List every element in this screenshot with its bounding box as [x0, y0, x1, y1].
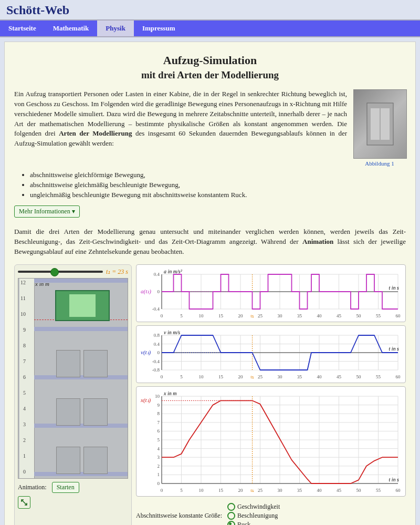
fullscreen-button[interactable] — [18, 496, 30, 509]
nav-physik[interactable]: Physik — [97, 20, 134, 36]
svg-text:10: 10 — [199, 488, 204, 493]
time-slider-thumb[interactable] — [50, 268, 59, 276]
svg-text:20: 20 — [238, 374, 244, 379]
svg-text:t in s: t in s — [389, 477, 400, 482]
svg-text:20: 20 — [238, 488, 244, 493]
svg-text:0: 0 — [161, 313, 163, 318]
svg-text:5: 5 — [180, 374, 183, 379]
svg-text:5: 5 — [180, 488, 183, 493]
radio-label: Ruck — [237, 521, 250, 525]
svg-text:30: 30 — [278, 488, 283, 493]
page-subtitle: mit drei Arten der Modellierung — [14, 69, 406, 81]
svg-text:4: 4 — [158, 446, 160, 451]
time-slider[interactable] — [18, 271, 103, 273]
photo-placeholder-icon — [364, 100, 396, 148]
svg-text:50: 50 — [356, 488, 362, 493]
page-title: Aufzug-Simulation — [14, 54, 406, 67]
svg-text:25: 25 — [258, 374, 263, 379]
svg-text:-0.8: -0.8 — [152, 367, 160, 373]
svg-text:60: 60 — [396, 313, 401, 318]
svg-text:15: 15 — [218, 313, 224, 318]
animation-label: Animation: — [18, 483, 47, 491]
content: Aufzug-Simulation mit drei Arten der Mod… — [4, 42, 416, 525]
svg-text:10: 10 — [199, 313, 204, 318]
svg-text:t in s: t in s — [389, 346, 400, 352]
figure-caption[interactable]: Abbildung 1 — [353, 160, 406, 167]
svg-text:55: 55 — [376, 374, 381, 379]
svg-text:a(t₁): a(t₁) — [141, 288, 151, 295]
svg-text:45: 45 — [337, 374, 342, 379]
svg-text:t₁: t₁ — [250, 313, 254, 318]
svg-text:v(t₁): v(t₁) — [141, 349, 151, 356]
elevator-photo — [353, 89, 407, 159]
svg-text:6: 6 — [158, 428, 160, 434]
svg-text:10: 10 — [199, 374, 204, 379]
svg-text:0.4: 0.4 — [154, 341, 160, 346]
radio-group: GeschwindigkeitBeschleunigungRuck — [227, 503, 280, 525]
svg-text:3: 3 — [158, 455, 160, 460]
nav-impressum[interactable]: Impressum — [134, 20, 184, 36]
more-info-toggle[interactable]: Mehr Informationen ▾ — [14, 205, 80, 218]
svg-text:2: 2 — [158, 463, 160, 468]
radio-ruck[interactable]: Ruck — [227, 521, 280, 525]
svg-text:40: 40 — [317, 488, 322, 493]
radio-label: Geschwindigkeit — [237, 503, 280, 511]
svg-text:t₁: t₁ — [250, 374, 254, 379]
svg-text:x(t₁): x(t₁) — [140, 397, 151, 404]
svg-text:x in m: x in m — [163, 390, 176, 396]
svg-text:0: 0 — [158, 289, 160, 294]
intro-paragraph: Ein Aufzug transportiert Personen oder L… — [14, 89, 347, 167]
svg-text:t₁: t₁ — [250, 488, 254, 493]
svg-text:-0.4: -0.4 — [152, 358, 160, 364]
svg-text:25: 25 — [258, 313, 263, 318]
radio-label: Beschleunigung — [237, 512, 278, 520]
start-button[interactable]: Starten — [52, 482, 79, 493]
chart-position: 051015202530354045505560012345678910t in… — [136, 386, 406, 497]
svg-text:45: 45 — [337, 313, 342, 318]
nav-startseite[interactable]: Startseite — [0, 20, 45, 36]
svg-text:30: 30 — [278, 313, 283, 318]
chart-velocity: 051015202530354045505560-0.8-0.400.40.8t… — [136, 325, 406, 383]
svg-text:-0.4: -0.4 — [152, 306, 160, 312]
fullscreen-icon — [21, 499, 27, 506]
radio-icon — [227, 503, 235, 511]
radio-icon — [227, 521, 235, 525]
simulation-panel: t₁ = 23 s x in m — [14, 264, 132, 525]
radio-geschwindigkeit[interactable]: Geschwindigkeit — [227, 503, 280, 511]
svg-text:35: 35 — [297, 313, 302, 318]
svg-text:0.4: 0.4 — [154, 272, 160, 277]
site-title: Schött-Web — [6, 3, 69, 17]
svg-text:15: 15 — [218, 488, 224, 493]
svg-text:50: 50 — [356, 374, 362, 379]
paragraph-2: Damit die drei Arten der Modellierung ge… — [14, 227, 406, 257]
radio-heading: Abschnittsweise konstante Größe: — [136, 512, 222, 520]
svg-text:8: 8 — [158, 411, 160, 416]
svg-text:9: 9 — [158, 402, 160, 407]
svg-text:5: 5 — [158, 437, 160, 442]
svg-text:v in m/s: v in m/s — [164, 330, 180, 335]
svg-text:50: 50 — [356, 313, 362, 318]
elevator-cabin — [55, 290, 110, 321]
svg-text:55: 55 — [376, 488, 381, 493]
svg-text:60: 60 — [396, 488, 401, 493]
svg-text:20: 20 — [238, 313, 244, 318]
svg-text:30: 30 — [278, 374, 283, 379]
svg-text:40: 40 — [317, 313, 322, 318]
svg-text:15: 15 — [218, 374, 224, 379]
svg-text:7: 7 — [158, 419, 160, 425]
svg-text:25: 25 — [258, 488, 263, 493]
radio-beschleunigung[interactable]: Beschleunigung — [227, 512, 280, 520]
svg-text:5: 5 — [180, 313, 183, 318]
svg-text:a in m/s²: a in m/s² — [164, 269, 183, 274]
radio-icon — [227, 512, 235, 520]
svg-text:35: 35 — [297, 488, 302, 493]
svg-text:0: 0 — [161, 374, 163, 379]
svg-text:45: 45 — [337, 488, 342, 493]
nav-mathematik[interactable]: Mathematik — [45, 20, 98, 36]
svg-text:0: 0 — [161, 488, 163, 493]
svg-text:0.8: 0.8 — [154, 333, 160, 338]
model-list-item: ungleichmäßig beschleunigte Bewegung mit… — [30, 191, 406, 199]
svg-text:40: 40 — [317, 374, 322, 379]
model-list: abschnittsweise gleichförmige Bewegung,a… — [30, 171, 406, 199]
main-nav: StartseiteMathematikPhysikImpressum — [0, 19, 420, 37]
